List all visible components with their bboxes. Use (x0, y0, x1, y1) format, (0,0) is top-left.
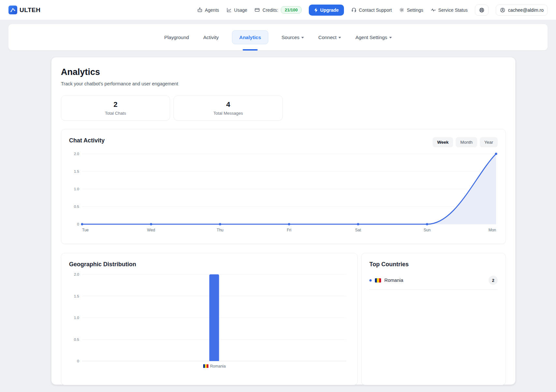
stat-card-total-messages: 4 Total Messages (174, 95, 283, 121)
chevron-down-icon (301, 37, 304, 38)
nav-settings[interactable]: Settings (399, 7, 423, 13)
country-bullet-icon (369, 279, 372, 282)
svg-text:Fri: Fri (287, 228, 292, 232)
svg-text:Thu: Thu (217, 228, 223, 232)
geographic-distribution-bar-chart: 00.51.01.52.0Romania (69, 271, 349, 376)
brand-name: ULTEH (20, 7, 40, 14)
user-email: cachee@aldim.ro (508, 7, 544, 13)
credits-label: Credits: (263, 7, 278, 13)
svg-text:0: 0 (77, 359, 79, 363)
svg-text:1.5: 1.5 (74, 169, 79, 173)
svg-text:Wed: Wed (147, 228, 155, 232)
bolt-icon (314, 8, 318, 12)
credit-card-icon (254, 7, 260, 13)
headset-icon (351, 7, 357, 13)
chat-activity-header: Chat Activity Week Month Year (69, 137, 498, 147)
tab-agent-settings[interactable]: Agent Settings (354, 31, 393, 44)
geographic-distribution-title: Geographic Distribution (69, 261, 349, 268)
nav-agents-label: Agents (205, 7, 219, 13)
stat-card-total-chats: 2 Total Chats (61, 95, 170, 121)
top-countries-panel: Top Countries Romania 2 (361, 253, 506, 385)
page-subtitle: Track your chatbot's performance and use… (61, 81, 506, 86)
total-chats-value: 2 (113, 100, 117, 109)
gear-icon (399, 7, 405, 13)
svg-text:Mon: Mon (489, 228, 496, 232)
nav-service-status[interactable]: Service Status (431, 7, 468, 13)
country-list-item: Romania 2 (369, 276, 498, 290)
geographic-distribution-panel: Geographic Distribution 00.51.01.52.0Rom… (61, 253, 358, 385)
nav-contact-support[interactable]: Contact Support (351, 7, 392, 13)
svg-text:2.0: 2.0 (74, 152, 79, 156)
usage-chart-icon (226, 7, 232, 13)
nav-usage[interactable]: Usage (226, 7, 247, 13)
chevron-down-icon (338, 37, 341, 38)
svg-text:Tue: Tue (82, 228, 89, 232)
svg-text:2.0: 2.0 (74, 272, 79, 276)
range-year-button[interactable]: Year (480, 137, 498, 147)
analytics-page-card: Analytics Track your chatbot's performan… (51, 57, 516, 385)
chat-activity-title: Chat Activity (69, 137, 105, 144)
svg-text:1.5: 1.5 (74, 294, 79, 298)
tab-analytics[interactable]: Analytics (232, 30, 269, 44)
top-header: ULTEH Agents Usage Credits: 21/100 (0, 0, 556, 20)
user-icon (500, 7, 506, 13)
svg-text:0.5: 0.5 (74, 338, 79, 341)
nav-settings-label: Settings (407, 7, 423, 13)
chevron-down-icon (389, 37, 392, 38)
tab-connect-label: Connect (318, 35, 336, 40)
section-tabs-bar: Playground Activity Analytics Sources Co… (8, 24, 548, 51)
svg-text:1.0: 1.0 (74, 187, 79, 191)
nav-service-status-label: Service Status (438, 7, 468, 13)
user-account-button[interactable]: cachee@aldim.ro (496, 5, 548, 16)
tab-agent-settings-label: Agent Settings (355, 35, 387, 40)
svg-text:0: 0 (77, 222, 79, 226)
nav-agents[interactable]: Agents (197, 7, 219, 13)
stats-row: 2 Total Chats 4 Total Messages (61, 95, 506, 121)
credits-value-badge: 21/100 (281, 6, 302, 14)
svg-text:Sun: Sun (423, 228, 430, 232)
svg-text:Romania: Romania (210, 364, 226, 369)
pulse-icon (431, 7, 436, 13)
top-countries-title: Top Countries (369, 261, 498, 268)
upgrade-label: Upgrade (320, 7, 339, 13)
range-week-button[interactable]: Week (433, 137, 453, 147)
svg-text:Sat: Sat (355, 228, 361, 232)
svg-text:1.0: 1.0 (74, 316, 79, 320)
tab-activity[interactable]: Activity (202, 31, 220, 44)
country-name: Romania (384, 278, 403, 283)
range-month-button[interactable]: Month (456, 137, 477, 147)
chat-activity-line-chart: 00.51.01.52.0TueWedThuFriSatSunMon (69, 151, 498, 236)
total-messages-value: 4 (226, 100, 230, 109)
tab-connect[interactable]: Connect (317, 31, 342, 44)
brand[interactable]: ULTEH (8, 6, 40, 14)
svg-text:0.5: 0.5 (74, 205, 79, 209)
bottom-row: Geographic Distribution 00.51.01.52.0Rom… (61, 253, 506, 385)
country-count-badge: 2 (489, 276, 498, 285)
tab-sources[interactable]: Sources (280, 31, 305, 44)
top-nav: Agents Usage Credits: 21/100 Upgrade (197, 5, 548, 16)
nav-contact-support-label: Contact Support (359, 7, 392, 13)
tab-playground[interactable]: Playground (163, 31, 190, 44)
robot-icon (197, 7, 203, 13)
language-globe-button[interactable] (475, 5, 489, 16)
chat-activity-panel: Chat Activity Week Month Year 00.51.01.5… (61, 129, 506, 244)
page-title: Analytics (61, 67, 506, 77)
globe-icon (479, 7, 485, 13)
romania-flag-icon (375, 278, 381, 283)
range-selector: Week Month Year (433, 137, 498, 147)
tab-sources-label: Sources (281, 35, 299, 40)
upgrade-button[interactable]: Upgrade (309, 5, 344, 16)
total-messages-label: Total Messages (213, 111, 243, 116)
credits-indicator: Credits: 21/100 (254, 6, 302, 14)
total-chats-label: Total Chats (105, 111, 126, 116)
brand-logo-icon (8, 6, 17, 14)
nav-usage-label: Usage (234, 7, 247, 13)
